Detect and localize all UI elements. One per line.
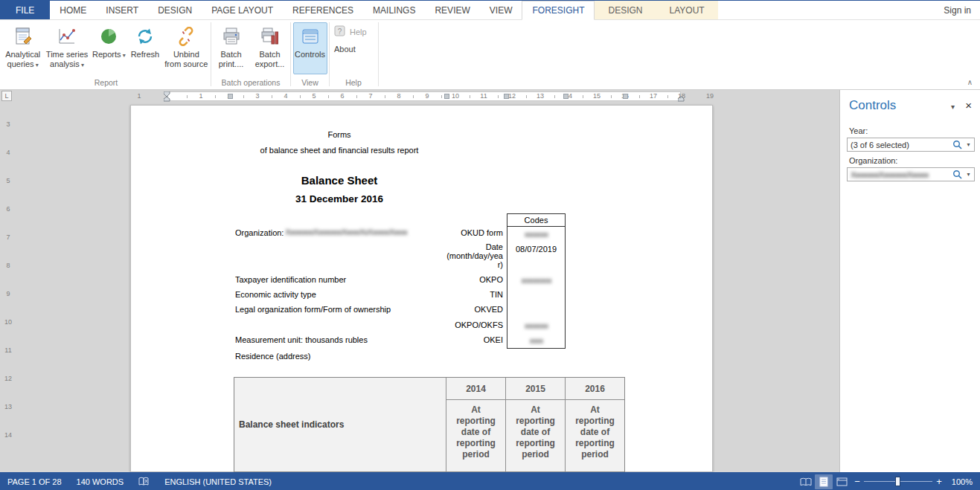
refresh-button[interactable]: Refresh — [128, 22, 162, 74]
form-heading: Forms — [131, 130, 548, 139]
ruler-number: 19 — [705, 92, 714, 100]
batch-print-button[interactable]: Batch print.... — [213, 22, 249, 74]
ruler-tick — [470, 95, 470, 98]
chevron-down-icon[interactable] — [963, 138, 974, 151]
group-separator — [378, 22, 379, 86]
zoom-in-button[interactable]: + — [932, 476, 946, 487]
ruler-tick — [611, 95, 612, 98]
word-count-indicator[interactable]: 140 WORDS — [69, 477, 132, 486]
year-combobox[interactable]: (3 of 6 selected) — [847, 138, 975, 152]
okpo-label: OKPO — [414, 275, 503, 284]
year-header-row: 201420152016 — [446, 378, 624, 400]
tab-design[interactable]: DESIGN — [148, 1, 202, 19]
year-label: Year: — [849, 126, 868, 135]
table-column-marker[interactable] — [444, 94, 449, 99]
help-button[interactable]: ? Help — [334, 25, 374, 39]
unbind-from-source-button[interactable]: Unbind from source — [164, 22, 209, 74]
ruler-tick — [441, 95, 442, 98]
taxpayer-label: Taxpayer identification number — [235, 275, 346, 284]
sign-in-button[interactable]: Sign in — [935, 1, 980, 19]
analytical-queries-button[interactable]: Analytical queries — [3, 22, 42, 74]
tab-home[interactable]: HOME — [50, 1, 96, 19]
activity-label: Economic activity type — [235, 290, 316, 299]
pane-options-chevron-icon[interactable] — [951, 103, 955, 111]
ruler-number: 13 — [4, 403, 13, 410]
word-window: FILE HOME INSERT DESIGN PAGE LAYOUT REFE… — [0, 0, 980, 490]
ruler-tick — [215, 95, 216, 98]
ruler-number: 5 — [4, 177, 13, 184]
ruler-tick — [498, 95, 499, 98]
table-column-marker[interactable] — [228, 94, 233, 99]
table-column-marker[interactable] — [623, 94, 628, 99]
tab-review[interactable]: REVIEW — [425, 1, 479, 19]
proofing-errors-icon[interactable] — [131, 477, 157, 486]
web-layout-view-icon[interactable] — [833, 474, 851, 489]
indent-markers[interactable] — [164, 91, 170, 102]
ruler-number: 4 — [4, 149, 13, 156]
balance-sheet-table: Balance sheet indicators 201420152016 At… — [234, 377, 625, 473]
pane-close-icon[interactable] — [965, 99, 972, 112]
batch-export-button[interactable]: Batch export... — [251, 22, 289, 74]
chevron-down-icon[interactable] — [963, 168, 974, 181]
ruler-number: 10 — [4, 318, 13, 326]
table-column-marker[interactable] — [563, 94, 569, 99]
tab-table-design[interactable]: DESIGN — [595, 1, 656, 19]
indicators-header-cell: Balance sheet indicators — [234, 378, 446, 471]
time-series-analysis-label: Time series analysis — [45, 50, 89, 70]
reports-button[interactable]: Reports — [92, 22, 126, 74]
ruler-number: 4 — [281, 92, 290, 100]
zoom-percentage[interactable]: 100% — [946, 477, 980, 486]
table-column-marker[interactable] — [504, 94, 509, 99]
zoom-slider-thumb[interactable] — [895, 477, 900, 486]
document-page[interactable]: Forms of balance sheet and financial res… — [130, 105, 713, 472]
ribbon-group-view: Controls View — [291, 20, 329, 89]
zoom-out-button[interactable]: − — [851, 476, 864, 487]
tab-table-layout[interactable]: LAYOUT — [656, 1, 718, 19]
batch-export-label: Batch export... — [252, 50, 288, 69]
residence-label: Residence (address) — [235, 352, 311, 361]
organization-combobox[interactable]: XxxxxxxxXxxxxxxxXxxxxx — [847, 167, 975, 181]
tab-file[interactable]: FILE — [0, 1, 50, 19]
tab-foresight[interactable]: FORESIGHT — [522, 1, 595, 20]
zoom-slider[interactable] — [864, 472, 932, 490]
language-indicator[interactable]: ENGLISH (UNITED STATES) — [157, 477, 279, 486]
page-number-indicator[interactable]: PAGE 1 OF 28 — [0, 477, 69, 486]
search-icon[interactable] — [951, 170, 963, 179]
time-series-chart-icon — [57, 25, 77, 48]
ruler-number: 3 — [4, 120, 13, 128]
read-mode-view-icon[interactable] — [797, 474, 815, 489]
organization-pane-label: Organization: — [849, 156, 897, 165]
tab-insert[interactable]: INSERT — [96, 1, 148, 19]
date-value: 08/07/2019 — [507, 245, 566, 254]
controls-toggle-button[interactable]: Controls — [293, 22, 327, 74]
reports-label: Reports — [92, 50, 126, 60]
controls-pane-icon — [301, 25, 320, 48]
collapse-ribbon-icon[interactable] — [967, 78, 973, 86]
about-button[interactable]: About — [334, 42, 374, 56]
organization-combobox-value-redacted: XxxxxxxxXxxxxxxxXxxxxx — [851, 170, 951, 179]
ruler-tick — [356, 95, 357, 98]
search-icon[interactable] — [951, 140, 963, 149]
ruler-number: 1 — [135, 92, 144, 100]
ruler-number: 6 — [338, 92, 347, 100]
ruler-number: 11 — [4, 346, 13, 354]
tab-page-layout[interactable]: PAGE LAYOUT — [202, 1, 283, 19]
tab-mailings[interactable]: MAILINGS — [363, 1, 425, 19]
time-series-analysis-button[interactable]: Time series analysis — [44, 22, 89, 74]
help-icon: ? — [334, 25, 346, 39]
year-header-cell: 2015 — [506, 378, 566, 399]
ruler-tick — [187, 95, 188, 98]
tab-references[interactable]: REFERENCES — [283, 1, 363, 19]
year-header-cell: 2016 — [566, 378, 624, 399]
subheader-row: At reporting date of reporting periodAt … — [446, 400, 624, 471]
tab-view[interactable]: VIEW — [480, 1, 522, 19]
tab-stop-selector[interactable]: L — [1, 91, 12, 101]
ruler-number: 11 — [479, 92, 488, 100]
ribbon-tab-bar: FILE HOME INSERT DESIGN PAGE LAYOUT REFE… — [0, 1, 980, 20]
horizontal-ruler: 123456789101112131415161718191 — [130, 91, 713, 102]
ruler-number: 17 — [649, 92, 658, 100]
okpo-okfs-label: OKPO/OKFS — [414, 320, 503, 329]
ruler-number: 15 — [592, 92, 601, 100]
okud-form-label: OKUD form — [414, 228, 503, 237]
print-layout-view-icon[interactable] — [815, 474, 833, 489]
